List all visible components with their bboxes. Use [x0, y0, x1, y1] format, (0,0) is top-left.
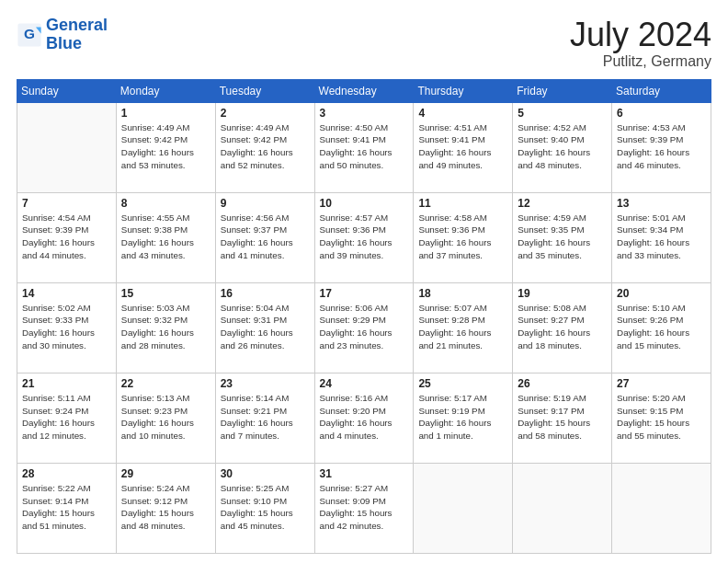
day-number: 7 [22, 197, 111, 210]
calendar-cell [414, 463, 513, 553]
cell-info: Sunrise: 5:04 AM Sunset: 9:31 PM Dayligh… [221, 302, 310, 352]
day-number: 13 [617, 197, 706, 210]
calendar-cell: 7Sunrise: 4:54 AM Sunset: 9:39 PM Daylig… [17, 192, 117, 282]
week-row-4: 21Sunrise: 5:11 AM Sunset: 9:24 PM Dayli… [17, 373, 711, 463]
cell-info: Sunrise: 4:49 AM Sunset: 9:42 PM Dayligh… [121, 121, 210, 172]
logo-text: General Blue [46, 17, 108, 53]
calendar-cell: 31Sunrise: 5:27 AM Sunset: 9:09 PM Dayli… [314, 463, 414, 553]
day-number: 17 [320, 287, 409, 300]
calendar-cell: 23Sunrise: 5:14 AM Sunset: 9:21 PM Dayli… [215, 373, 314, 463]
cell-info: Sunrise: 5:06 AM Sunset: 9:29 PM Dayligh… [320, 302, 409, 352]
calendar-cell: 10Sunrise: 4:57 AM Sunset: 9:36 PM Dayli… [314, 192, 414, 282]
calendar-cell: 29Sunrise: 5:24 AM Sunset: 9:12 PM Dayli… [116, 463, 215, 553]
day-number: 4 [418, 107, 507, 120]
calendar-cell: 5Sunrise: 4:52 AM Sunset: 9:40 PM Daylig… [513, 102, 612, 192]
day-number: 29 [121, 467, 210, 480]
calendar-cell [513, 463, 612, 553]
calendar-cell: 19Sunrise: 5:08 AM Sunset: 9:27 PM Dayli… [513, 282, 612, 373]
weekday-header-monday: Monday [116, 79, 215, 102]
weekday-header-sunday: Sunday [17, 79, 117, 102]
cell-info: Sunrise: 5:27 AM Sunset: 9:09 PM Dayligh… [320, 482, 409, 533]
calendar-cell [17, 102, 117, 192]
day-number: 19 [518, 287, 607, 300]
cell-info: Sunrise: 4:54 AM Sunset: 9:39 PM Dayligh… [22, 212, 111, 262]
calendar-cell: 15Sunrise: 5:03 AM Sunset: 9:32 PM Dayli… [116, 282, 215, 373]
weekday-header-tuesday: Tuesday [215, 79, 314, 102]
cell-info: Sunrise: 4:52 AM Sunset: 9:40 PM Dayligh… [518, 121, 607, 172]
day-number: 22 [121, 377, 210, 390]
calendar-cell: 18Sunrise: 5:07 AM Sunset: 9:28 PM Dayli… [414, 282, 513, 373]
weekday-header-thursday: Thursday [414, 79, 513, 102]
day-number: 8 [121, 197, 210, 210]
day-number: 30 [221, 467, 310, 480]
logo-icon: G [17, 22, 42, 48]
week-row-2: 7Sunrise: 4:54 AM Sunset: 9:39 PM Daylig… [17, 192, 711, 282]
month-year: July 2024 [570, 17, 711, 53]
cell-info: Sunrise: 5:16 AM Sunset: 9:20 PM Dayligh… [320, 392, 409, 442]
calendar-cell: 1Sunrise: 4:49 AM Sunset: 9:42 PM Daylig… [116, 102, 215, 192]
title-block: July 2024 Putlitz, Germany [570, 17, 711, 70]
day-number: 10 [320, 197, 409, 210]
day-number: 23 [221, 377, 310, 390]
cell-info: Sunrise: 4:59 AM Sunset: 9:35 PM Dayligh… [518, 212, 607, 262]
calendar-cell [612, 463, 711, 553]
calendar-table: SundayMondayTuesdayWednesdayThursdayFrid… [17, 79, 711, 554]
calendar-cell: 12Sunrise: 4:59 AM Sunset: 9:35 PM Dayli… [513, 192, 612, 282]
week-row-3: 14Sunrise: 5:02 AM Sunset: 9:33 PM Dayli… [17, 282, 711, 373]
calendar-cell: 9Sunrise: 4:56 AM Sunset: 9:37 PM Daylig… [215, 192, 314, 282]
day-number: 26 [518, 377, 607, 390]
cell-info: Sunrise: 5:19 AM Sunset: 9:17 PM Dayligh… [518, 392, 607, 442]
location: Putlitz, Germany [570, 53, 711, 70]
cell-info: Sunrise: 5:11 AM Sunset: 9:24 PM Dayligh… [22, 392, 111, 442]
week-row-1: 1Sunrise: 4:49 AM Sunset: 9:42 PM Daylig… [17, 102, 711, 192]
calendar-cell: 3Sunrise: 4:50 AM Sunset: 9:41 PM Daylig… [314, 102, 414, 192]
calendar-cell: 13Sunrise: 5:01 AM Sunset: 9:34 PM Dayli… [612, 192, 711, 282]
calendar-cell: 20Sunrise: 5:10 AM Sunset: 9:26 PM Dayli… [612, 282, 711, 373]
calendar-cell: 27Sunrise: 5:20 AM Sunset: 9:15 PM Dayli… [612, 373, 711, 463]
calendar-cell: 8Sunrise: 4:55 AM Sunset: 9:38 PM Daylig… [116, 192, 215, 282]
calendar-cell: 2Sunrise: 4:49 AM Sunset: 9:42 PM Daylig… [215, 102, 314, 192]
cell-info: Sunrise: 5:24 AM Sunset: 9:12 PM Dayligh… [121, 482, 210, 533]
calendar-cell: 14Sunrise: 5:02 AM Sunset: 9:33 PM Dayli… [17, 282, 117, 373]
calendar-cell: 16Sunrise: 5:04 AM Sunset: 9:31 PM Dayli… [215, 282, 314, 373]
svg-text:G: G [24, 26, 35, 41]
calendar-cell: 17Sunrise: 5:06 AM Sunset: 9:29 PM Dayli… [314, 282, 414, 373]
cell-info: Sunrise: 4:57 AM Sunset: 9:36 PM Dayligh… [320, 212, 409, 262]
cell-info: Sunrise: 4:51 AM Sunset: 9:41 PM Dayligh… [418, 121, 507, 172]
day-number: 15 [121, 287, 210, 300]
calendar-cell: 24Sunrise: 5:16 AM Sunset: 9:20 PM Dayli… [314, 373, 414, 463]
day-number: 11 [418, 197, 507, 210]
weekday-header-saturday: Saturday [612, 79, 711, 102]
calendar-cell: 6Sunrise: 4:53 AM Sunset: 9:39 PM Daylig… [612, 102, 711, 192]
day-number: 12 [518, 197, 607, 210]
day-number: 1 [121, 107, 210, 120]
cell-info: Sunrise: 4:58 AM Sunset: 9:36 PM Dayligh… [418, 212, 507, 262]
day-number: 27 [617, 377, 706, 390]
cell-info: Sunrise: 4:55 AM Sunset: 9:38 PM Dayligh… [121, 212, 210, 262]
calendar-cell: 11Sunrise: 4:58 AM Sunset: 9:36 PM Dayli… [414, 192, 513, 282]
day-number: 6 [617, 107, 706, 120]
cell-info: Sunrise: 5:20 AM Sunset: 9:15 PM Dayligh… [617, 392, 706, 442]
cell-info: Sunrise: 5:07 AM Sunset: 9:28 PM Dayligh… [418, 302, 507, 352]
cell-info: Sunrise: 4:56 AM Sunset: 9:37 PM Dayligh… [221, 212, 310, 262]
page: G General Blue July 2024 Putlitz, German… [0, 0, 728, 563]
cell-info: Sunrise: 5:08 AM Sunset: 9:27 PM Dayligh… [518, 302, 607, 352]
cell-info: Sunrise: 4:49 AM Sunset: 9:42 PM Dayligh… [221, 121, 310, 172]
cell-info: Sunrise: 5:14 AM Sunset: 9:21 PM Dayligh… [221, 392, 310, 442]
weekday-header-friday: Friday [513, 79, 612, 102]
cell-info: Sunrise: 4:50 AM Sunset: 9:41 PM Dayligh… [320, 121, 409, 172]
cell-info: Sunrise: 4:53 AM Sunset: 9:39 PM Dayligh… [617, 121, 706, 172]
day-number: 20 [617, 287, 706, 300]
calendar-cell: 30Sunrise: 5:25 AM Sunset: 9:10 PM Dayli… [215, 463, 314, 553]
header: G General Blue July 2024 Putlitz, German… [17, 17, 711, 70]
logo: G General Blue [17, 17, 108, 53]
calendar-cell: 4Sunrise: 4:51 AM Sunset: 9:41 PM Daylig… [414, 102, 513, 192]
cell-info: Sunrise: 5:25 AM Sunset: 9:10 PM Dayligh… [221, 482, 310, 533]
weekday-header-row: SundayMondayTuesdayWednesdayThursdayFrid… [17, 79, 711, 102]
calendar-cell: 28Sunrise: 5:22 AM Sunset: 9:14 PM Dayli… [17, 463, 117, 553]
day-number: 16 [221, 287, 310, 300]
day-number: 31 [320, 467, 409, 480]
logo-line2: Blue [46, 34, 82, 52]
day-number: 2 [221, 107, 310, 120]
cell-info: Sunrise: 5:10 AM Sunset: 9:26 PM Dayligh… [617, 302, 706, 352]
